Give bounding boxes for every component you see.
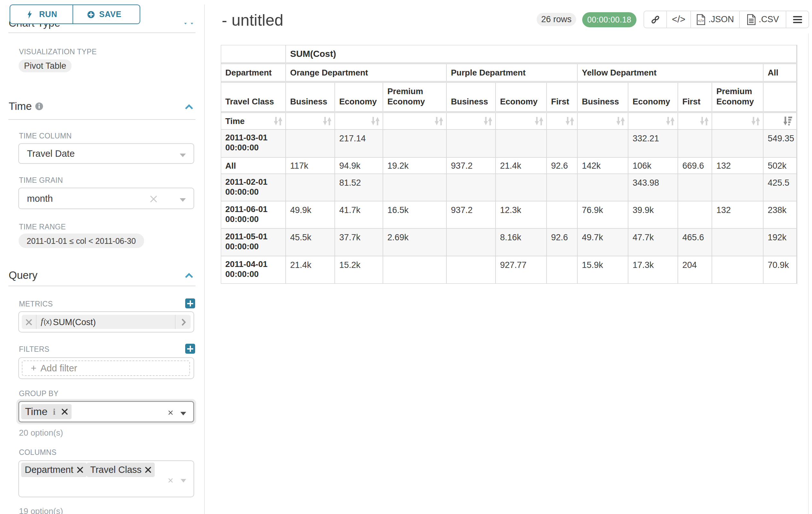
svg-text:</>: </> (698, 18, 704, 23)
